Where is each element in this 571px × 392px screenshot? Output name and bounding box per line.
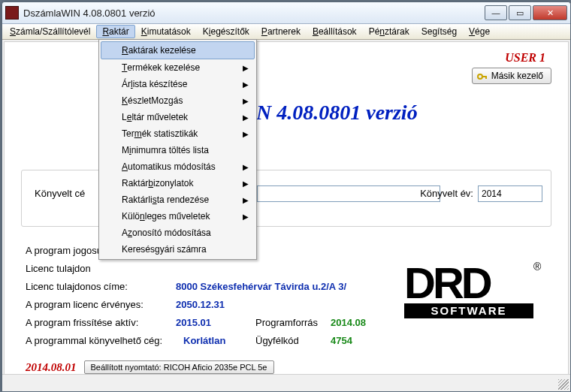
app-title-large: N 4.08.0801 verzió — [256, 101, 418, 125]
menuitem-azonostmdostsa[interactable]: Azonosító módosítása — [101, 225, 255, 241]
menuitem-klnlegesmveletek[interactable]: Különleges műveletek▶ — [101, 208, 255, 225]
menuitem-termkekkezelse[interactable]: Termékek kezelése▶ — [101, 59, 255, 76]
menuitem-termkstatisztikk[interactable]: Termék statisztikák▶ — [101, 125, 255, 142]
booked-year-label: Könyvelt év: — [420, 188, 473, 199]
menu-segtsg[interactable]: Segítség — [415, 25, 463, 38]
submenu-arrow-icon: ▶ — [243, 179, 249, 188]
statusbar — [2, 374, 570, 391]
submenu-arrow-icon: ▶ — [243, 80, 249, 89]
minimize-button[interactable]: — — [485, 5, 507, 20]
booked-company-input[interactable] — [257, 185, 440, 202]
raktar-dropdown: Raktárak kezeléseTermékek kezelése▶Árlis… — [98, 39, 257, 260]
bottom-row: 2014.08.01 Beállított nyomtató: RICOH Af… — [26, 360, 274, 374]
licence-valid-label: A program licenc érvényes: — [26, 296, 176, 314]
submenu-arrow-icon: ▶ — [243, 163, 249, 171]
submenu-arrow-icon: ▶ — [243, 113, 249, 122]
licence-owner-label: Licenc tulajdon — [26, 260, 176, 278]
client-code-value: 4754 — [331, 332, 352, 350]
menu-kimutatsok[interactable]: Kimutatások — [135, 25, 197, 38]
user-label: USER 1 — [505, 51, 545, 65]
titlebar[interactable]: DszámlaWIN 4.08.0801 verzió — ▭ ✕ — [2, 2, 570, 24]
other-user-button[interactable]: Másik kezelő — [472, 68, 551, 84]
app-window: DszámlaWIN 4.08.0801 verzió — ▭ ✕ Számla… — [2, 2, 571, 392]
submenu-arrow-icon: ▶ — [243, 64, 249, 72]
menu-vge[interactable]: Vége — [463, 25, 496, 38]
update-active-value: 2015.01 — [176, 314, 242, 332]
menuitem-raktrakkezelse[interactable]: Raktárak kezelése — [101, 41, 255, 59]
bookable-company-label: A programmal könyvelhető cég: — [26, 332, 183, 350]
key-icon — [477, 72, 488, 80]
drd-logo: DRD ® SOFTWARE — [404, 257, 547, 324]
svg-rect-2 — [485, 76, 487, 79]
svg-text:DRD: DRD — [404, 258, 491, 307]
client-code-label: Ügyfélkód — [255, 332, 331, 350]
maximize-button[interactable]: ▭ — [509, 5, 531, 20]
menu-pnztrak[interactable]: Pénztárak — [363, 25, 415, 38]
menuitem-minimumratltslista[interactable]: Minimumra töltés lista — [101, 142, 255, 158]
submenu-arrow-icon: ▶ — [243, 130, 249, 138]
menuitem-raktrbizonylatok[interactable]: Raktár bizonylatok▶ — [101, 175, 255, 191]
menu-raktr[interactable]: Raktár — [96, 25, 134, 38]
booked-company-label: Könyvelt cé — [35, 188, 85, 199]
program-source-label: Programforrás — [255, 314, 331, 332]
submenu-arrow-icon: ▶ — [243, 97, 249, 105]
menuitem-automatikusmdosts[interactable]: Automatikus módosítás▶ — [101, 158, 255, 175]
window-buttons: — ▭ ✕ — [485, 5, 567, 20]
other-user-label: Másik kezelő — [491, 71, 543, 81]
program-source-value: 2014.08 — [331, 314, 366, 332]
menu-szmlaszlltlevl[interactable]: Számla/Szállítólevél — [4, 25, 96, 38]
booked-year-input[interactable] — [478, 185, 542, 202]
menuitem-raktrlistarendezse[interactable]: Raktárlista rendezése▶ — [101, 191, 255, 208]
printer-button[interactable]: Beállított nyomtató: RICOH Aficio 2035e … — [84, 360, 274, 374]
submenu-arrow-icon: ▶ — [243, 213, 249, 221]
window-title: DszámlaWIN 4.08.0801 verzió — [23, 8, 485, 19]
licence-address-value: 8000 Székesfehérvár Távirda u.2/A 3/ — [176, 278, 346, 296]
close-button[interactable]: ✕ — [533, 5, 567, 20]
svg-text:SOFTWARE: SOFTWARE — [431, 304, 507, 317]
build-date: 2014.08.01 — [26, 361, 77, 374]
menu-belltsok[interactable]: Beállítások — [307, 25, 363, 38]
menubar: Számla/SzállítólevélRaktárKimutatásokKie… — [2, 24, 570, 40]
licence-address-label: Licenc tulajdonos címe: — [26, 278, 176, 296]
submenu-arrow-icon: ▶ — [243, 196, 249, 204]
menuitem-leltrmveletek[interactable]: Leltár műveletek▶ — [101, 109, 255, 125]
printer-label: Beállított nyomtató: RICOH Aficio 2035e … — [91, 363, 267, 372]
menuitem-rlistaksztse[interactable]: Árlista készítése▶ — [101, 76, 255, 92]
licence-valid-value: 2050.12.31 — [176, 296, 225, 314]
menuitem-keressgyriszmra[interactable]: Keresés gyári számra — [101, 241, 255, 258]
app-icon — [5, 6, 19, 20]
bookable-company-value: Korlátlan — [183, 332, 242, 350]
content-area: USER 1 Másik kezelő N 4.08.0801 verzió K… — [4, 41, 569, 379]
update-active-label: A program frissítése aktív: — [26, 314, 176, 332]
menu-kiegsztk[interactable]: Kiegészítők — [197, 25, 255, 38]
menu-partnerek[interactable]: Partnerek — [255, 25, 307, 38]
resize-grip[interactable] — [558, 379, 569, 390]
svg-text:®: ® — [533, 261, 542, 273]
menuitem-kszletmozgs[interactable]: KészletMozgás▶ — [101, 92, 255, 109]
